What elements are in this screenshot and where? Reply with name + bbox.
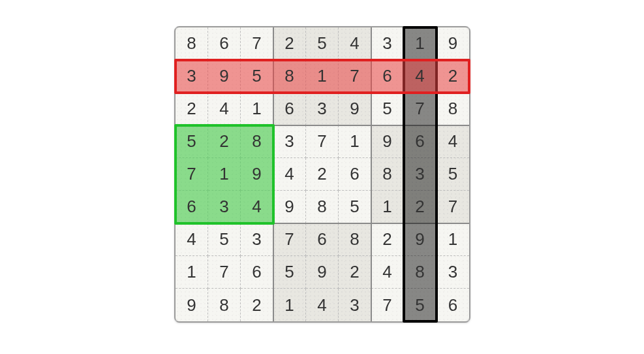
cell-r4-c8[interactable]: 5 (437, 158, 469, 191)
cell-r5-c8[interactable]: 7 (437, 191, 469, 223)
cell-value: 3 (252, 229, 261, 249)
cell-r4-c7[interactable]: 3 (404, 158, 437, 191)
cell-value: 9 (415, 229, 424, 249)
cell-value: 5 (317, 33, 326, 54)
cell-r2-c5[interactable]: 9 (339, 93, 371, 125)
cell-r8-c7[interactable]: 5 (404, 289, 437, 321)
cell-r6-c2[interactable]: 3 (241, 223, 273, 256)
cell-r2-c1[interactable]: 4 (208, 93, 241, 125)
cell-r0-c6[interactable]: 3 (371, 27, 404, 60)
cell-r7-c7[interactable]: 8 (404, 256, 437, 289)
cell-r0-c2[interactable]: 7 (241, 27, 273, 60)
cell-r5-c2[interactable]: 4 (241, 191, 273, 223)
cell-r8-c1[interactable]: 8 (208, 289, 241, 321)
cell-r0-c3[interactable]: 2 (273, 27, 306, 60)
cell-r4-c2[interactable]: 9 (241, 158, 273, 191)
cell-value: 9 (350, 99, 359, 119)
cell-r7-c8[interactable]: 3 (437, 256, 469, 289)
cell-r6-c1[interactable]: 5 (208, 223, 241, 256)
cell-value: 9 (284, 197, 294, 217)
cell-value: 3 (448, 262, 457, 282)
cell-r1-c8[interactable]: 2 (437, 60, 469, 93)
cell-r4-c6[interactable]: 8 (371, 158, 404, 191)
cell-value: 8 (187, 33, 196, 54)
cell-r1-c2[interactable]: 5 (241, 60, 273, 93)
cell-r6-c8[interactable]: 1 (437, 223, 469, 256)
cell-r3-c7[interactable]: 6 (404, 125, 437, 158)
cell-value: 3 (187, 66, 196, 86)
cell-r3-c2[interactable]: 8 (241, 125, 273, 158)
cell-value: 1 (448, 229, 457, 249)
cell-r6-c3[interactable]: 7 (273, 223, 306, 256)
cell-r8-c3[interactable]: 1 (273, 289, 306, 321)
cell-r8-c5[interactable]: 3 (339, 289, 371, 321)
cell-r1-c4[interactable]: 1 (306, 60, 339, 93)
cell-r2-c7[interactable]: 7 (404, 93, 437, 125)
cell-r0-c8[interactable]: 9 (437, 27, 469, 60)
cell-value: 2 (252, 295, 261, 315)
cell-r3-c5[interactable]: 1 (339, 125, 371, 158)
cell-r5-c3[interactable]: 9 (273, 191, 306, 223)
cell-r7-c5[interactable]: 2 (339, 256, 371, 289)
cell-r4-c4[interactable]: 2 (306, 158, 339, 191)
cell-r2-c8[interactable]: 8 (437, 93, 469, 125)
cell-r5-c5[interactable]: 5 (339, 191, 371, 223)
cell-r7-c2[interactable]: 6 (241, 256, 273, 289)
cell-r0-c0[interactable]: 8 (176, 27, 208, 60)
cell-r3-c8[interactable]: 4 (437, 125, 469, 158)
cell-value: 3 (284, 131, 294, 152)
cell-r7-c6[interactable]: 4 (371, 256, 404, 289)
cell-r1-c1[interactable]: 9 (208, 60, 241, 93)
cell-r6-c4[interactable]: 6 (306, 223, 339, 256)
cell-r8-c6[interactable]: 7 (371, 289, 404, 321)
cell-r8-c4[interactable]: 4 (306, 289, 339, 321)
cell-r5-c1[interactable]: 3 (208, 191, 241, 223)
cell-value: 3 (415, 164, 424, 184)
cell-r0-c5[interactable]: 4 (339, 27, 371, 60)
cell-r1-c0[interactable]: 3 (176, 60, 208, 93)
cell-r6-c0[interactable]: 4 (176, 223, 208, 256)
cell-r3-c0[interactable]: 5 (176, 125, 208, 158)
cell-r0-c7[interactable]: 1 (404, 27, 437, 60)
cell-value: 1 (350, 131, 359, 152)
cell-r5-c4[interactable]: 8 (306, 191, 339, 223)
cell-r3-c4[interactable]: 7 (306, 125, 339, 158)
cell-r5-c0[interactable]: 6 (176, 191, 208, 223)
cell-r4-c0[interactable]: 7 (176, 158, 208, 191)
cell-r4-c3[interactable]: 4 (273, 158, 306, 191)
cell-value: 9 (219, 66, 228, 86)
cell-r1-c7[interactable]: 4 (404, 60, 437, 93)
cell-value: 4 (415, 66, 424, 86)
cell-value: 8 (350, 229, 359, 249)
cell-r8-c0[interactable]: 9 (176, 289, 208, 321)
cell-r7-c3[interactable]: 5 (273, 256, 306, 289)
cell-r6-c7[interactable]: 9 (404, 223, 437, 256)
cell-r0-c4[interactable]: 5 (306, 27, 339, 60)
cell-r2-c2[interactable]: 1 (241, 93, 273, 125)
cell-r6-c6[interactable]: 2 (371, 223, 404, 256)
cell-r5-c6[interactable]: 1 (371, 191, 404, 223)
cell-r6-c5[interactable]: 8 (339, 223, 371, 256)
cell-r7-c0[interactable]: 1 (176, 256, 208, 289)
cell-r2-c4[interactable]: 3 (306, 93, 339, 125)
cell-r3-c3[interactable]: 3 (273, 125, 306, 158)
cell-r1-c5[interactable]: 7 (339, 60, 371, 93)
cell-r5-c7[interactable]: 2 (404, 191, 437, 223)
cell-r4-c5[interactable]: 6 (339, 158, 371, 191)
cell-r8-c2[interactable]: 2 (241, 289, 273, 321)
cell-value: 5 (350, 197, 359, 217)
cell-r8-c8[interactable]: 6 (437, 289, 469, 321)
cell-r2-c3[interactable]: 6 (273, 93, 306, 125)
cell-r1-c3[interactable]: 8 (273, 60, 306, 93)
cell-r2-c0[interactable]: 2 (176, 93, 208, 125)
cell-r0-c1[interactable]: 6 (208, 27, 241, 60)
cell-r3-c6[interactable]: 9 (371, 125, 404, 158)
cell-r7-c1[interactable]: 7 (208, 256, 241, 289)
cell-r3-c1[interactable]: 2 (208, 125, 241, 158)
cell-r1-c6[interactable]: 6 (371, 60, 404, 93)
cell-value: 3 (350, 295, 359, 315)
cell-r2-c6[interactable]: 5 (371, 93, 404, 125)
cell-value: 2 (219, 131, 228, 152)
cell-r7-c4[interactable]: 9 (306, 256, 339, 289)
cell-r4-c1[interactable]: 1 (208, 158, 241, 191)
